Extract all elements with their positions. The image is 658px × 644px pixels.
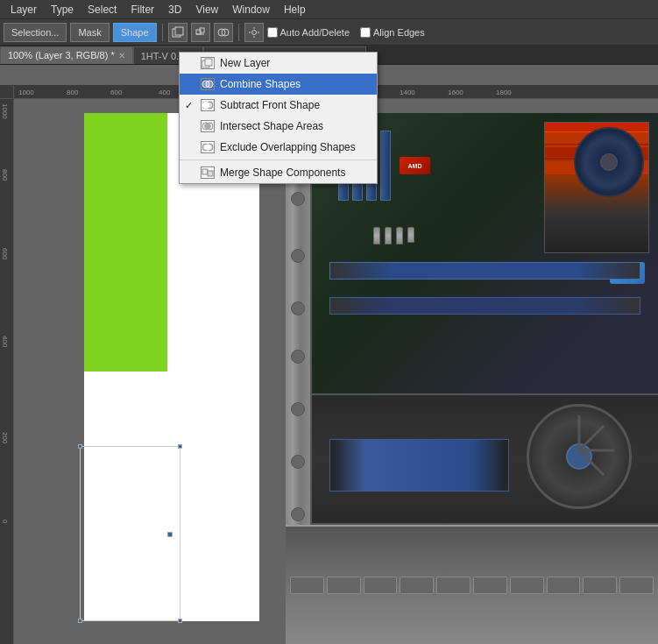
intersect-shape-areas-label: Intersect Shape Areas: [220, 120, 323, 132]
fan-hub: [600, 153, 618, 171]
pcie-slot-1: [329, 262, 640, 280]
cpu-fan: [574, 127, 644, 197]
drive-slot-9: [583, 577, 617, 594]
drive-slot-6: [473, 577, 507, 594]
menu-bar: Layer Type Select Filter 3D View Window …: [0, 0, 658, 19]
cap-1: [373, 227, 380, 244]
toolbar: Selection... Mask Shape: [0, 19, 658, 46]
auto-add-delete-checkbox[interactable]: [267, 27, 278, 38]
document-canvas: [84, 113, 259, 621]
rail-hole-4: [291, 301, 305, 315]
drive-slot-2: [327, 577, 361, 594]
intersect-shape-areas-icon: [201, 120, 215, 132]
ruler-corner: [0, 85, 14, 99]
menu-layer[interactable]: Layer: [4, 2, 44, 18]
svg-point-15: [206, 81, 213, 88]
exclude-overlapping-shapes-icon: [201, 141, 215, 153]
cap-3: [396, 227, 403, 244]
ruler-v-mark-6: 0: [1, 520, 9, 642]
drive-slots: [286, 527, 658, 644]
ruler-mark-1600: 1600: [448, 88, 463, 96]
svg-rect-23: [202, 169, 208, 174]
tab-label-layer3: 100% (Layer 3, RGB/8) *: [8, 50, 115, 60]
ruler-mark-neg800: 800: [67, 88, 78, 96]
drive-slot-1: [290, 577, 324, 594]
toolbar-align-icon[interactable]: [191, 23, 210, 42]
subtract-front-shape-icon: [201, 99, 215, 111]
dropdown-separator: [180, 159, 377, 160]
dropdown-item-subtract-front-shape[interactable]: Subtract Front Shape: [180, 95, 377, 116]
toolbar-new-layer-icon[interactable]: [168, 23, 187, 42]
dropdown-item-intersect-shape-areas[interactable]: Intersect Shape Areas: [180, 116, 377, 137]
ram-slot-4: [380, 131, 391, 201]
dropdown-item-exclude-overlapping-shapes[interactable]: Exclude Overlapping Shapes: [180, 137, 377, 158]
ruler-mark-neg600: 600: [110, 88, 122, 96]
svg-rect-13: [205, 59, 212, 66]
selection-handle-br[interactable]: [178, 619, 182, 623]
selection-handle-bl[interactable]: [78, 619, 82, 623]
selection-handle-tl[interactable]: [78, 444, 82, 449]
merge-shape-components-label: Merge Shape Components: [220, 166, 345, 179]
cpu-heatsink: [544, 122, 649, 253]
toolbar-separator-2: [238, 24, 239, 41]
toolbar-settings-icon[interactable]: [244, 23, 264, 42]
amd-badge: AMD: [400, 157, 430, 174]
align-edges-checkbox-label[interactable]: Align Edges: [360, 27, 425, 38]
align-edges-label: Align Edges: [373, 27, 425, 38]
pcie-slot-2: [329, 297, 640, 315]
menu-window[interactable]: Window: [225, 2, 277, 18]
dropdown-item-merge-shape-components[interactable]: Merge Shape Components: [180, 162, 377, 183]
drive-bay-area: [286, 525, 658, 644]
pc-image: intel AMD: [286, 113, 658, 644]
menu-type[interactable]: Type: [44, 2, 81, 18]
toolbar-separator-1: [162, 24, 163, 41]
dropdown-item-combine-shapes[interactable]: Combine Shapes: [180, 74, 377, 95]
gpu-fan-blade-2: [578, 425, 605, 451]
shape-button[interactable]: Shape: [113, 23, 157, 42]
vertical-ruler: 1000 800 600 400 200 0: [0, 99, 14, 644]
dropdown-item-new-layer[interactable]: New Layer: [180, 53, 377, 74]
svg-point-18: [202, 102, 209, 109]
selection-button[interactable]: Selection...: [4, 23, 67, 42]
toolbar-path-ops-icon[interactable]: [214, 23, 233, 42]
gpu-pcie-area: [329, 439, 509, 492]
gpu-fan: [527, 404, 632, 509]
anchor-point[interactable]: [167, 532, 173, 537]
ruler-mark-neg400: 400: [159, 88, 170, 96]
menu-select[interactable]: Select: [81, 2, 124, 18]
pc-bg-image: intel AMD: [286, 113, 658, 644]
subtract-front-shape-label: Subtract Front Shape: [220, 99, 320, 111]
tab-close-layer3[interactable]: ✕: [118, 51, 125, 60]
gpu-fan-blade-1: [578, 415, 581, 450]
ruler-mark-1400: 1400: [400, 88, 415, 96]
rail-hole-2: [291, 192, 305, 206]
selection-handle-tr[interactable]: [178, 444, 182, 449]
auto-add-delete-checkbox-label[interactable]: Auto Add/Delete: [267, 27, 350, 38]
new-layer-label: New Layer: [220, 57, 270, 69]
tab-label-1htv-01: 1HT-V 0...: [141, 51, 185, 61]
rail-hole-6: [291, 402, 305, 416]
cap-4: [407, 227, 414, 243]
merge-shape-components-icon: [201, 166, 215, 179]
ruler-mark-1800: 1800: [496, 88, 512, 96]
combine-shapes-icon: [201, 78, 215, 90]
gpu-fan-blade-3: [579, 449, 614, 452]
rail-hole-8: [291, 507, 305, 521]
menu-filter[interactable]: Filter: [124, 2, 161, 18]
shape-operations-dropdown: New Layer Combine Shapes Subtract Front …: [179, 52, 378, 184]
capacitors: [373, 227, 414, 244]
drive-slot-5: [436, 577, 471, 594]
svg-rect-1: [175, 27, 183, 35]
tab-layer3[interactable]: 100% (Layer 3, RGB/8) * ✕: [0, 46, 133, 64]
svg-point-7: [251, 30, 256, 34]
auto-add-delete-label: Auto Add/Delete: [280, 27, 350, 38]
menu-view[interactable]: View: [188, 2, 225, 18]
mask-button[interactable]: Mask: [70, 23, 109, 42]
menu-help[interactable]: Help: [277, 2, 313, 18]
drive-slot-3: [364, 577, 398, 594]
align-edges-checkbox[interactable]: [360, 27, 371, 38]
drive-slot-7: [510, 577, 544, 594]
menu-3d[interactable]: 3D: [161, 2, 188, 18]
drive-slot-10: [619, 577, 654, 594]
green-shape: [84, 113, 167, 372]
